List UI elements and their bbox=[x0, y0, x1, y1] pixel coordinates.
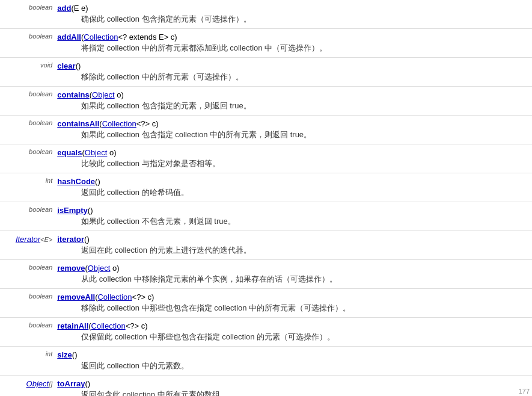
page-number: 177 bbox=[519, 388, 530, 395]
method-cell: addAll(Collection<? extends E> c)将指定 col… bbox=[55, 29, 532, 58]
return-type-link[interactable]: Iterator bbox=[16, 235, 40, 244]
method-name-link[interactable]: remove bbox=[57, 264, 85, 273]
method-name-link[interactable]: removeAll bbox=[57, 292, 95, 302]
method-signature-part: <?> c) bbox=[136, 119, 159, 128]
method-signature: () bbox=[84, 235, 90, 244]
table-row: booleanadd(E e)确保此 collection 包含指定的元素（可选… bbox=[0, 0, 532, 29]
method-cell: remove(Object o)从此 collection 中移除指定元素的单个… bbox=[55, 260, 532, 289]
return-type-cell: boolean bbox=[0, 318, 55, 347]
method-name-link[interactable]: toArray bbox=[57, 379, 85, 388]
return-type-cell: boolean bbox=[0, 116, 55, 144]
method-name-link[interactable]: equals bbox=[57, 148, 82, 157]
table-row: booleanretainAll(Collection<?> c)仅保留此 co… bbox=[0, 318, 532, 347]
method-description: 返回此 collection 中的元素数。 bbox=[57, 359, 530, 371]
method-param-link[interactable]: Collection bbox=[84, 32, 118, 42]
return-type-cell: boolean bbox=[0, 202, 55, 231]
method-description: 从此 collection 中移除指定元素的单个实例，如果存在的话（可选操作）。 bbox=[57, 273, 530, 285]
method-signature: () bbox=[95, 177, 100, 186]
method-description: 将指定 collection 中的所有元素都添加到此 collection 中（… bbox=[57, 42, 530, 54]
method-cell: toArray()返回包含此 collection 中所有元素的数组。 bbox=[55, 376, 532, 397]
table-row: Iterator<E>iterator()返回在此 collection 的元素… bbox=[0, 231, 532, 260]
return-type-cell: int bbox=[0, 173, 55, 202]
method-description: 如果此 collection 不包含元素，则返回 true。 bbox=[57, 215, 530, 227]
method-signature: () bbox=[72, 350, 78, 359]
method-cell: clear()移除此 collection 中的所有元素（可选操作）。 bbox=[55, 58, 532, 87]
table-row: booleancontains(Object o)如果此 collection … bbox=[0, 87, 532, 116]
method-cell: iterator()返回在此 collection 的元素上进行迭代的迭代器。 bbox=[55, 231, 532, 260]
return-type-cell: boolean bbox=[0, 289, 55, 318]
return-type-link[interactable]: Object bbox=[26, 379, 49, 388]
method-name-link[interactable]: containsAll bbox=[57, 119, 99, 128]
table-row: voidclear()移除此 collection 中的所有元素（可选操作）。 bbox=[0, 58, 532, 87]
return-type-cell: void bbox=[0, 58, 55, 87]
method-cell: retainAll(Collection<?> c)仅保留此 collectio… bbox=[55, 318, 532, 347]
method-signature: () bbox=[88, 206, 93, 215]
method-param-link[interactable]: Collection bbox=[91, 321, 126, 330]
method-cell: add(E e)确保此 collection 包含指定的元素（可选操作）。 bbox=[55, 0, 532, 29]
table-row: intsize()返回此 collection 中的元素数。 bbox=[0, 347, 532, 376]
method-name-link[interactable]: hashCode bbox=[57, 177, 95, 186]
method-cell: removeAll(Collection<?> c)移除此 collection… bbox=[55, 289, 532, 318]
method-cell: size()返回此 collection 中的元素数。 bbox=[55, 347, 532, 376]
return-type-cell: Object[] bbox=[0, 376, 55, 397]
table-row: Object[]toArray()返回包含此 collection 中所有元素的… bbox=[0, 376, 532, 397]
method-signature-part: o) bbox=[110, 264, 119, 273]
method-description: 移除此 collection 中的所有元素（可选操作）。 bbox=[57, 70, 530, 82]
method-name-link[interactable]: retainAll bbox=[57, 321, 88, 330]
method-description: 仅保留此 collection 中那些也包含在指定 collection 的元素… bbox=[57, 330, 530, 342]
method-signature-part: o) bbox=[107, 148, 116, 157]
method-name-link[interactable]: add bbox=[57, 4, 71, 13]
method-name-link[interactable]: addAll bbox=[57, 32, 81, 42]
method-signature-part: <? extends E> c) bbox=[118, 32, 177, 42]
return-type-cell: boolean bbox=[0, 144, 55, 173]
table-row: booleanequals(Object o)比较此 collection 与指… bbox=[0, 144, 532, 173]
method-signature: (E e) bbox=[71, 4, 88, 13]
table-row: booleanremoveAll(Collection<?> c)移除此 col… bbox=[0, 289, 532, 318]
method-description: 确保此 collection 包含指定的元素（可选操作）。 bbox=[57, 13, 530, 25]
method-signature: () bbox=[85, 379, 91, 388]
method-description: 返回此 collection 的哈希码值。 bbox=[57, 186, 530, 198]
method-cell: contains(Object o)如果此 collection 包含指定的元素… bbox=[55, 87, 532, 116]
method-description: 返回在此 collection 的元素上进行迭代的迭代器。 bbox=[57, 244, 530, 256]
method-cell: isEmpty()如果此 collection 不包含元素，则返回 true。 bbox=[55, 202, 532, 231]
method-description: 如果此 collection 包含指定的元素，则返回 true。 bbox=[57, 99, 530, 111]
return-type-cell: int bbox=[0, 347, 55, 376]
method-description: 如果此 collection 包含指定 collection 中的所有元素，则返… bbox=[57, 128, 530, 140]
method-param-link[interactable]: Collection bbox=[102, 119, 136, 128]
method-signature-part: <?> c) bbox=[126, 321, 148, 330]
method-cell: hashCode()返回此 collection 的哈希码值。 bbox=[55, 173, 532, 202]
method-param-link[interactable]: Object bbox=[92, 90, 115, 99]
table-row: booleanisEmpty()如果此 collection 不包含元素，则返回… bbox=[0, 202, 532, 231]
method-signature-part: <?> c) bbox=[132, 292, 154, 302]
method-description: 返回包含此 collection 中所有元素的数组。 bbox=[57, 388, 530, 396]
method-signature: () bbox=[76, 61, 81, 70]
method-description: 比较此 collection 与指定对象是否相等。 bbox=[57, 157, 530, 169]
return-type-cell: boolean bbox=[0, 0, 55, 29]
table-row: booleanremove(Object o)从此 collection 中移除… bbox=[0, 260, 532, 289]
return-type-cell: boolean bbox=[0, 87, 55, 116]
table-row: inthashCode()返回此 collection 的哈希码值。 bbox=[0, 173, 532, 202]
method-cell: containsAll(Collection<?> c)如果此 collecti… bbox=[55, 116, 532, 144]
method-param-link[interactable]: Object bbox=[85, 148, 108, 157]
method-name-link[interactable]: size bbox=[57, 350, 72, 359]
method-name-link[interactable]: contains bbox=[57, 90, 89, 99]
method-name-link[interactable]: clear bbox=[57, 61, 75, 70]
return-type-cell: boolean bbox=[0, 29, 55, 58]
method-param-link[interactable]: Collection bbox=[97, 292, 132, 302]
return-type-cell: boolean bbox=[0, 260, 55, 289]
method-param-link[interactable]: Object bbox=[88, 264, 111, 273]
api-methods-table: booleanadd(E e)确保此 collection 包含指定的元素（可选… bbox=[0, 0, 532, 396]
return-type-cell: Iterator<E> bbox=[0, 231, 55, 260]
method-description: 移除此 collection 中那些也包含在指定 collection 中的所有… bbox=[57, 302, 530, 314]
method-signature-part: o) bbox=[115, 90, 124, 99]
table-row: booleancontainsAll(Collection<?> c)如果此 c… bbox=[0, 116, 532, 144]
method-name-link[interactable]: iterator bbox=[57, 235, 84, 244]
table-row: booleanaddAll(Collection<? extends E> c)… bbox=[0, 29, 532, 58]
method-name-link[interactable]: isEmpty bbox=[57, 206, 88, 215]
method-cell: equals(Object o)比较此 collection 与指定对象是否相等… bbox=[55, 144, 532, 173]
